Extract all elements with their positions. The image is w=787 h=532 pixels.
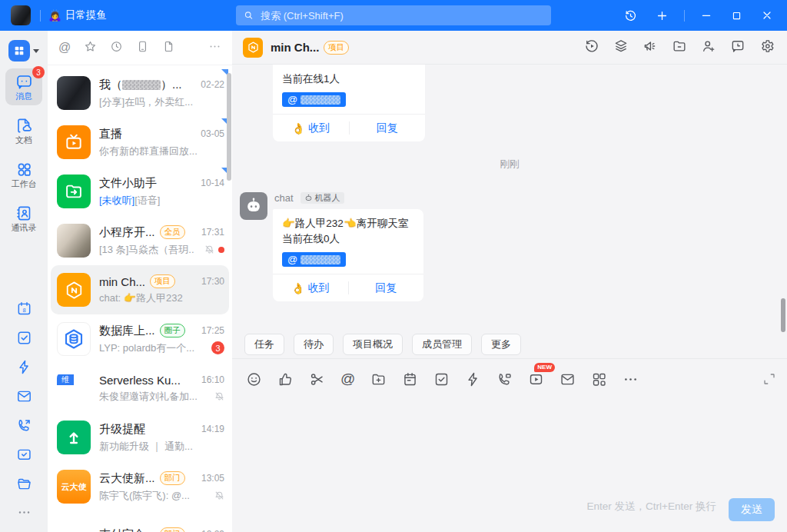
conversation-item-selected[interactable]: min Ch... 项目 17:30 chat: 👉路人甲232 bbox=[51, 265, 229, 314]
flash-icon[interactable] bbox=[465, 371, 481, 387]
drive-folder-icon[interactable] bbox=[16, 476, 32, 495]
file-icon[interactable] bbox=[162, 40, 175, 56]
ok-hand-icon: 👌 bbox=[291, 282, 304, 294]
conversation-item[interactable]: 支付宝合... 部门 12:29 bbox=[51, 511, 229, 532]
mention-icon[interactable]: @ bbox=[340, 371, 355, 386]
todo-check-icon[interactable] bbox=[16, 330, 32, 349]
toolbar-more-icon[interactable] bbox=[623, 371, 639, 387]
screenshot-icon[interactable] bbox=[309, 371, 325, 387]
message-scrollbar[interactable] bbox=[781, 298, 785, 332]
search-box[interactable] bbox=[236, 5, 551, 25]
message-input[interactable] bbox=[232, 394, 787, 500]
sidebar-item-workbench[interactable]: 工作台 bbox=[5, 156, 42, 193]
conversation-item[interactable]: 云大使 云大使新... 部门 13:05 陈宇飞(陈宇飞): @... bbox=[51, 462, 229, 511]
file-send-icon[interactable] bbox=[370, 371, 387, 387]
like-icon[interactable] bbox=[277, 371, 294, 387]
schedule-icon[interactable] bbox=[402, 371, 418, 387]
tab-todo[interactable]: 待办 bbox=[294, 334, 334, 355]
conversation-item[interactable]: 数据库上... 圈子 17:25 LYP: polardb有一个... 3 bbox=[51, 314, 229, 364]
search-input[interactable] bbox=[259, 9, 543, 22]
applets-icon[interactable] bbox=[591, 371, 607, 387]
chat-list-scrollbar[interactable] bbox=[227, 73, 231, 181]
unread-dot bbox=[218, 247, 224, 253]
receive-button[interactable]: 👌收到 bbox=[273, 115, 349, 141]
plus-icon[interactable] bbox=[656, 9, 669, 22]
chat-record-icon[interactable] bbox=[730, 38, 745, 57]
star-filter-icon[interactable] bbox=[84, 40, 97, 56]
app-switcher[interactable] bbox=[8, 40, 39, 62]
message-text: 当前在线1人 bbox=[282, 71, 416, 87]
send-button[interactable]: 发送 bbox=[729, 498, 775, 521]
conversation-item[interactable]: 文件小助手 10-14 [未收听][语音] bbox=[51, 167, 229, 216]
emoji-icon[interactable] bbox=[246, 371, 262, 387]
expand-icon[interactable] bbox=[762, 372, 776, 386]
message-text: 当前在线0人 bbox=[282, 231, 414, 247]
history-filter-icon[interactable] bbox=[110, 40, 123, 56]
layers-icon[interactable] bbox=[613, 38, 629, 57]
live-tv-icon bbox=[64, 132, 84, 152]
mention-chip[interactable]: @ bbox=[282, 252, 346, 267]
screen-share-icon[interactable] bbox=[16, 447, 32, 466]
chat-avatar[interactable] bbox=[243, 38, 263, 58]
workspace-title[interactable]: 🙇‍♀️ 日常摸鱼 bbox=[48, 8, 107, 22]
calendar-day: 8 bbox=[22, 307, 25, 314]
calendar-icon[interactable]: 8 bbox=[16, 301, 32, 320]
robot-avatar[interactable] bbox=[240, 192, 267, 220]
sidebar-item-label: 工作台 bbox=[12, 180, 37, 188]
receive-button[interactable]: 👌收到 bbox=[273, 274, 348, 301]
conversation-item[interactable]: 维 Serverless Ku... 16:10 朱俊望邀请刘礼备加... bbox=[51, 364, 229, 413]
chat-list-more-icon[interactable] bbox=[208, 40, 221, 56]
call-icon[interactable] bbox=[496, 371, 513, 387]
video-icon[interactable]: NEW bbox=[528, 371, 544, 387]
chat-history-icon[interactable] bbox=[584, 38, 599, 57]
sidebar-item-contacts[interactable]: 通讯录 bbox=[5, 200, 42, 237]
mail-icon[interactable] bbox=[16, 388, 32, 407]
tab-tasks[interactable]: 任务 bbox=[244, 334, 284, 355]
workbench-icon bbox=[15, 161, 33, 178]
conversation-list: 我（）... 02-22 [分享]在吗，外卖红... 直播 03-05 bbox=[48, 67, 232, 532]
redacted-mention bbox=[301, 95, 340, 105]
reply-button[interactable]: 回复 bbox=[350, 115, 426, 141]
app-window: 🙇‍♀️ 日常摸鱼 bbox=[0, 0, 787, 532]
mobile-icon[interactable] bbox=[136, 40, 149, 56]
chat-list-toolbar: @ bbox=[48, 31, 232, 65]
reply-button[interactable]: 回复 bbox=[349, 274, 424, 301]
tab-member-management[interactable]: 成员管理 bbox=[412, 334, 472, 355]
sidebar-item-docs[interactable]: 文档 bbox=[5, 112, 42, 149]
window-controls-divider bbox=[684, 10, 685, 22]
robot-badge-icon bbox=[304, 194, 313, 202]
conversation-item[interactable]: 小程序开... 全员 17:31 [13 条]马焱杰（吾玥.. bbox=[51, 216, 229, 265]
message-text: 👉路人甲232👈离开聊天室 bbox=[282, 216, 414, 231]
tab-more[interactable]: 更多 bbox=[481, 334, 521, 355]
database-avatar bbox=[57, 322, 91, 356]
mail-icon[interactable] bbox=[560, 371, 576, 387]
conversation-preview: 你有新的群直播回放... bbox=[99, 145, 224, 158]
conversation-time: 03-05 bbox=[196, 128, 224, 139]
unread-count-badge: 3 bbox=[211, 341, 224, 354]
user-avatar[interactable] bbox=[11, 5, 31, 25]
conversation-preview: 新功能升级 ｜ 通勤... bbox=[99, 440, 224, 454]
flash-icon[interactable] bbox=[16, 359, 32, 378]
sender-name[interactable]: chat bbox=[274, 192, 294, 204]
maximize-button[interactable] bbox=[731, 10, 742, 22]
announcement-icon[interactable] bbox=[643, 38, 658, 57]
close-button[interactable] bbox=[761, 9, 773, 22]
chat-title: min Ch... bbox=[271, 41, 319, 54]
mention-chip[interactable]: @ bbox=[282, 92, 346, 107]
sidebar-item-messages[interactable]: 3 消息 bbox=[5, 68, 42, 105]
chat-list-panel: @ 我（）... 02-22 [分享]在吗，外卖红... bbox=[48, 31, 232, 532]
history-icon[interactable] bbox=[624, 9, 637, 22]
conversation-item[interactable]: 升级提醒 14:19 新功能升级 ｜ 通勤... bbox=[51, 413, 229, 462]
conversation-item[interactable]: 我（）... 02-22 [分享]在吗，外卖红... bbox=[51, 68, 229, 118]
rail-more-icon[interactable] bbox=[17, 505, 32, 523]
settings-icon[interactable] bbox=[759, 38, 775, 57]
add-member-icon[interactable] bbox=[701, 38, 716, 57]
conversation-item[interactable]: 直播 03-05 你有新的群直播回放... bbox=[51, 118, 229, 167]
phone-icon[interactable] bbox=[16, 417, 32, 437]
conversation-time: 12:29 bbox=[197, 529, 224, 532]
folder-icon[interactable] bbox=[672, 38, 687, 57]
todo-icon[interactable] bbox=[433, 371, 450, 387]
tab-project-overview[interactable]: 项目概况 bbox=[343, 334, 403, 355]
mention-filter-icon[interactable]: @ bbox=[58, 42, 71, 54]
minimize-button[interactable] bbox=[700, 9, 712, 22]
